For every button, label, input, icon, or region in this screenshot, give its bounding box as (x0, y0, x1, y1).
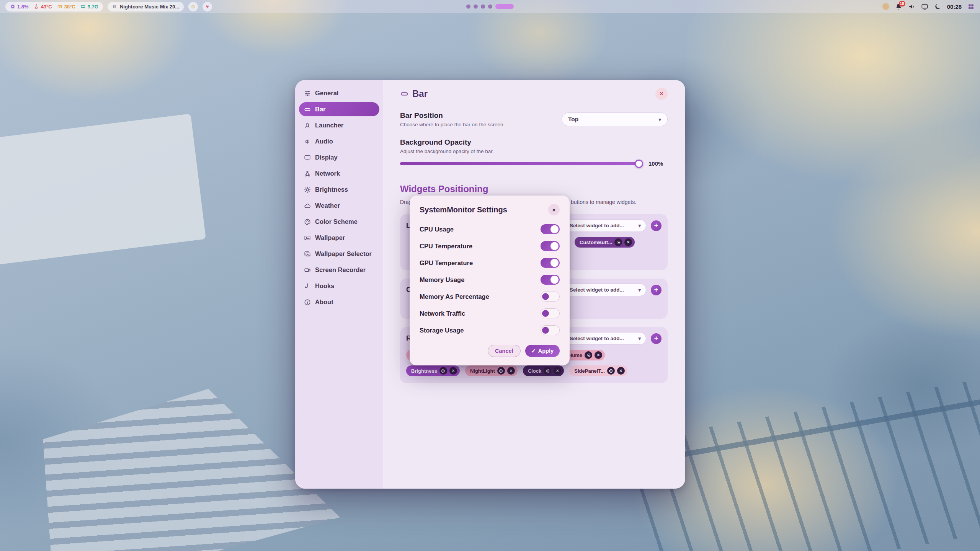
group-right-add-button[interactable]: + (651, 333, 662, 344)
video-icon (304, 267, 311, 274)
chip-settings-button[interactable] (607, 367, 615, 375)
media-player-widget[interactable]: Nightcore Music Mix 20... (108, 2, 184, 11)
widget-chip-clock[interactable]: Clock × (523, 365, 564, 376)
cpu-temperature-toggle[interactable] (541, 241, 560, 251)
chip-remove-button[interactable]: × (617, 367, 625, 375)
gpu-temperature-toggle[interactable] (541, 258, 560, 268)
systemmonitor-settings-dialog: SystemMonitor Settings × CPU Usage CPU T… (410, 196, 570, 365)
workspace-dot-2[interactable] (474, 5, 478, 9)
sidebar-item-label: Wallpaper Selector (315, 250, 372, 258)
clock[interactable]: 00:28 (947, 3, 962, 10)
sidebar-item-weather[interactable]: Weather (299, 199, 379, 213)
sidebar-item-brightness[interactable]: Brightness (299, 183, 379, 197)
opacity-value: 100% (648, 160, 668, 167)
sun-icon (304, 186, 311, 193)
bar-position-dropdown[interactable]: Top ▾ (562, 112, 668, 126)
system-stats-widget[interactable]: 1.8% 43°C 38°C 9.7G (5, 2, 103, 11)
chip-label: SidePanelT... (574, 368, 604, 374)
widget-chip-nightlight[interactable]: NightLight × (465, 365, 518, 376)
favorite-button[interactable]: ♥ (203, 2, 212, 11)
chevron-down-icon: ▾ (638, 287, 641, 293)
toggle-row-storage-usage: Storage Usage (420, 322, 560, 339)
toggle-label: Memory As Percentage (420, 293, 489, 300)
toggle-row-memory-as-percentage: Memory As Percentage (420, 288, 560, 305)
cancel-button[interactable]: Cancel (488, 345, 521, 357)
close-icon: × (552, 207, 556, 213)
bar-position-label: Bar Position (400, 111, 505, 120)
memory-as-percentage-toggle[interactable] (541, 292, 560, 302)
chip-label: CustomButt... (580, 240, 612, 245)
sidebar-item-color-scheme[interactable]: Color Scheme (299, 215, 379, 229)
bar-icon (304, 106, 311, 113)
sidebar-item-label: Network (315, 170, 340, 177)
opacity-slider-fill (400, 162, 642, 165)
network-icon (304, 170, 311, 177)
chip-settings-button[interactable] (544, 367, 551, 375)
workspace-dot-1[interactable] (466, 5, 470, 9)
close-icon: × (556, 368, 559, 373)
sidebar-item-label: Display (315, 154, 338, 161)
memory-value: 9.7G (88, 4, 98, 10)
monitor-icon (304, 154, 311, 161)
window-close-button[interactable]: × (655, 88, 668, 100)
sidebar-item-wallpaper-selector[interactable]: Wallpaper Selector (299, 247, 379, 261)
apply-button[interactable]: ✓ Apply (525, 345, 560, 357)
chip-remove-button[interactable]: × (595, 351, 602, 359)
group-left-add-button[interactable]: + (651, 220, 662, 231)
group-right-add-dropdown[interactable]: Select widget to add... ▾ (564, 332, 646, 345)
chip-remove-button[interactable]: × (554, 367, 561, 375)
network-traffic-toggle[interactable] (541, 308, 560, 318)
screencast-button[interactable] (921, 3, 928, 10)
tray-app-icon[interactable] (882, 3, 889, 10)
opacity-slider[interactable] (400, 162, 642, 165)
notifications-button[interactable]: 10 (895, 3, 902, 10)
workspace-dot-3[interactable] (481, 5, 485, 9)
sidebar-item-hooks[interactable]: Hooks (299, 279, 379, 293)
chip-settings-button[interactable] (439, 367, 447, 375)
cpu-usage-value: 1.8% (17, 4, 29, 10)
memory-usage-toggle[interactable] (541, 275, 560, 285)
close-icon: × (627, 240, 630, 245)
sliders-icon (304, 90, 311, 97)
widget-chip-custombutton[interactable]: CustomButt... × (575, 237, 635, 248)
chip-settings-button[interactable] (497, 367, 505, 375)
sidebar-item-label: Wallpaper (315, 234, 345, 241)
chip-remove-button[interactable]: × (449, 367, 457, 375)
sidebar-item-network[interactable]: Network (299, 166, 379, 181)
sidebar-item-general[interactable]: General (299, 86, 379, 100)
close-icon: × (510, 368, 512, 373)
widget-chip-sidepanel[interactable]: SidePanelT... × (569, 365, 627, 376)
group-center-add-dropdown[interactable]: Select widget to add... ▾ (564, 284, 646, 296)
widget-chip-brightness[interactable]: Brightness × (406, 365, 460, 376)
storage-usage-toggle[interactable] (541, 325, 560, 335)
sidebar-item-launcher[interactable]: Launcher (299, 118, 379, 132)
chip-remove-button[interactable]: × (507, 367, 515, 375)
background-opacity-label: Background Opacity (400, 138, 668, 147)
workspace-active-pill[interactable] (495, 4, 514, 9)
sidebar-item-screen-recorder[interactable]: Screen Recorder (299, 263, 379, 277)
bar-position-value: Top (568, 116, 578, 123)
plus-icon: + (654, 334, 658, 342)
opacity-slider-handle[interactable] (635, 160, 643, 168)
sidebar-item-display[interactable]: Display (299, 150, 379, 165)
chip-settings-button[interactable] (614, 238, 622, 246)
group-center-add-button[interactable]: + (651, 285, 662, 295)
sidebar-item-about[interactable]: About (299, 295, 379, 309)
app-launcher-button[interactable] (967, 3, 975, 10)
toggle-label: GPU Temperature (420, 259, 473, 267)
cpu-usage-toggle[interactable] (541, 224, 560, 234)
sidebar-item-bar[interactable]: Bar (299, 102, 379, 116)
group-left-add-dropdown[interactable]: Select widget to add... ▾ (564, 219, 646, 232)
dialog-close-button[interactable]: × (548, 204, 560, 215)
emoji-button[interactable]: ☺ (188, 2, 198, 11)
settings-sidebar: General Bar Launcher Audio Display Netwo… (295, 80, 383, 489)
night-light-button[interactable] (934, 3, 941, 10)
toggle-label: Storage Usage (420, 327, 464, 334)
info-icon (304, 299, 311, 306)
sidebar-item-audio[interactable]: Audio (299, 134, 379, 148)
chip-remove-button[interactable]: × (624, 238, 632, 246)
chip-settings-button[interactable] (585, 351, 592, 359)
workspace-dot-4[interactable] (488, 5, 492, 9)
volume-button[interactable] (908, 3, 915, 10)
sidebar-item-wallpaper[interactable]: Wallpaper (299, 231, 379, 245)
